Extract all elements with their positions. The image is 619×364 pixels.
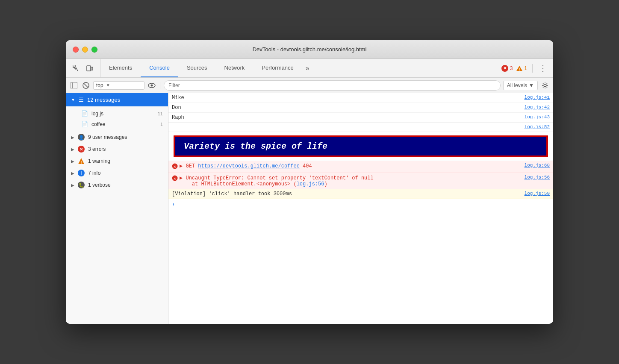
- svg-rect-2: [91, 67, 93, 70]
- tab-network[interactable]: Network: [216, 59, 253, 77]
- error-circle-icon-2: ✕: [172, 175, 178, 183]
- devtools-window: DevTools - devtools.glitch.me/console/lo…: [66, 40, 553, 324]
- svg-point-10: [151, 84, 153, 86]
- console-row-logjs52: log.js:52: [168, 123, 553, 132]
- prompt-arrow: ›: [172, 202, 175, 208]
- sidebar-header-icon: ☰: [79, 97, 84, 103]
- errors-icon: ✕: [78, 146, 85, 153]
- toolbar-separator: [160, 82, 160, 89]
- toolbar-divider: [532, 64, 533, 73]
- error-file-link[interactable]: log.js:56: [297, 181, 324, 187]
- styled-text: Variety is the spice of life: [174, 135, 548, 157]
- sidebar-warnings[interactable]: ▶ ! 1 warning: [66, 155, 168, 167]
- eye-icon[interactable]: [147, 81, 156, 90]
- styled-console-output: Variety is the spice of life: [168, 132, 553, 161]
- tab-elements[interactable]: Elements: [100, 59, 141, 77]
- more-options-button[interactable]: ⋮: [538, 63, 548, 73]
- sidebar-file-logjs[interactable]: 📄 log.js 11: [66, 108, 168, 119]
- info-arrow: ▶: [71, 171, 74, 176]
- errors-arrow: ▶: [71, 147, 74, 152]
- expand-arrow-2[interactable]: ▶: [180, 175, 186, 181]
- console-row-raph: Raph log.js:43: [168, 113, 553, 123]
- user-icon: 👤: [78, 134, 85, 141]
- context-selector[interactable]: top ▼: [93, 81, 144, 90]
- svg-rect-1: [87, 66, 91, 71]
- console-row-don: Don log.js:42: [168, 103, 553, 113]
- svg-text:✕: ✕: [174, 176, 176, 181]
- tab-performance[interactable]: Performance: [253, 59, 302, 77]
- verbose-arrow: ▶: [71, 183, 74, 188]
- svg-point-11: [544, 84, 546, 87]
- svg-text:!: !: [519, 67, 520, 71]
- sidebar: ▼ ☰ 12 messages 📄 log.js 11 📄 coffee 1: [66, 93, 168, 324]
- warning-row: [Violation] 'click' handler took 3000ms …: [168, 189, 553, 199]
- user-messages-arrow: ▶: [71, 135, 74, 140]
- sidebar-files: 📄 log.js 11 📄 coffee 1: [66, 106, 168, 131]
- traffic-lights: [73, 47, 97, 53]
- close-button[interactable]: [73, 47, 79, 53]
- clear-console-icon[interactable]: [81, 81, 91, 90]
- error-count-badge[interactable]: ✕ 3: [501, 65, 513, 72]
- verbose-icon: 🐛: [78, 182, 85, 188]
- titlebar: DevTools - devtools.glitch.me/console/lo…: [66, 40, 553, 59]
- file-icon: 📄: [81, 110, 88, 117]
- sidebar-file-coffee[interactable]: 📄 coffee 1: [66, 119, 168, 129]
- context-selector-arrow: ▼: [106, 83, 110, 88]
- warning-count-badge[interactable]: ! 1: [516, 65, 527, 72]
- console-toolbar: top ▼ All levels ▼: [66, 78, 553, 93]
- window-title: DevTools - devtools.glitch.me/console/lo…: [253, 46, 367, 53]
- tab-sources[interactable]: Sources: [178, 59, 216, 77]
- error-count-icon: ✕: [501, 65, 508, 72]
- main-area: ▼ ☰ 12 messages 📄 log.js 11 📄 coffee 1: [66, 93, 553, 324]
- warnings-arrow: ▶: [71, 159, 74, 164]
- inspect-element-icon[interactable]: [71, 63, 81, 73]
- svg-line-8: [84, 83, 88, 88]
- device-toolbar-icon[interactable]: [85, 63, 95, 73]
- warning-icon: !: [78, 158, 85, 164]
- warning-triangle-icon: !: [516, 65, 523, 72]
- error-url-link[interactable]: https://devtools.glitch.me/coffee: [198, 163, 300, 169]
- sidebar-header-arrow: ▼: [71, 97, 75, 102]
- svg-rect-5: [71, 82, 77, 88]
- tab-console[interactable]: Console: [141, 59, 178, 77]
- console-prompt[interactable]: ›: [168, 199, 553, 210]
- main-toolbar: Elements Console Sources Network Perform…: [66, 59, 553, 78]
- maximize-button[interactable]: [91, 47, 97, 53]
- devtools-container: Elements Console Sources Network Perform…: [66, 59, 553, 324]
- svg-text:!: !: [81, 160, 82, 164]
- filter-input[interactable]: [164, 80, 501, 91]
- svg-text:✕: ✕: [174, 164, 176, 169]
- console-output: Mike log.js:41 Don log.js:42 Raph log.js…: [168, 93, 553, 324]
- sidebar-toggle-icon[interactable]: [69, 81, 79, 90]
- expand-arrow[interactable]: ▶: [180, 163, 186, 169]
- toolbar-right: ✕ 3 ! 1 ⋮: [496, 59, 553, 77]
- error-circle-icon: ✕: [172, 163, 178, 171]
- sidebar-header[interactable]: ▼ ☰ 12 messages: [66, 93, 168, 106]
- error-row-get: ✕ ▶ GET https://devtools.glitch.me/coffe…: [168, 161, 553, 173]
- log-levels-button[interactable]: All levels ▼: [503, 81, 538, 90]
- minimize-button[interactable]: [82, 47, 88, 53]
- sidebar-info[interactable]: ▶ i 7 info: [66, 167, 168, 179]
- console-row-mike: Mike log.js:41: [168, 93, 553, 103]
- more-tabs-button[interactable]: »: [302, 59, 313, 77]
- sidebar-user-messages[interactable]: ▶ 👤 9 user messages: [66, 131, 168, 143]
- file-icon-coffee: 📄: [81, 121, 88, 127]
- info-icon: i: [78, 170, 85, 176]
- console-settings-icon[interactable]: [540, 81, 550, 90]
- error-row-typeerror: ✕ ▶ Uncaught TypeError: Cannot set prope…: [168, 173, 553, 189]
- toolbar-icons: [66, 59, 100, 77]
- sidebar-errors[interactable]: ▶ ✕ 3 errors: [66, 143, 168, 155]
- sidebar-verbose[interactable]: ▶ 🐛 1 verbose: [66, 179, 168, 191]
